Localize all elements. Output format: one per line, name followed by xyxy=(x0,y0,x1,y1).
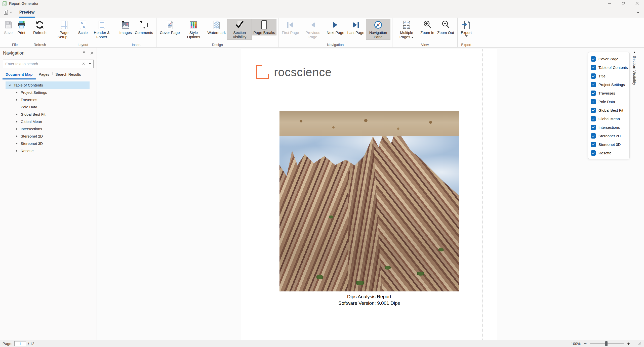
multiple-pages-button[interactable]: Multiple Pages xyxy=(394,19,419,40)
section-visibility-button[interactable]: Section Visibility xyxy=(227,19,252,40)
checkbox-row-project-settings[interactable]: Project Settings xyxy=(591,80,627,89)
watermark-icon xyxy=(212,20,222,30)
tab-document-map[interactable]: Document Map xyxy=(3,70,36,79)
zoom-in-button[interactable]: Zoom In xyxy=(419,19,436,35)
document-page: rocscience Dips Analysis Report Software… xyxy=(241,49,497,340)
zoom-out-button[interactable]: Zoom Out xyxy=(436,19,456,35)
tab-pages[interactable]: Pages xyxy=(36,70,53,79)
checkbox-checked-icon[interactable] xyxy=(591,82,596,87)
clear-search-icon[interactable] xyxy=(82,62,85,65)
tree-item-project-settings[interactable]: Project Settings xyxy=(6,89,90,96)
ribbon-group-refresh: Refresh Refresh xyxy=(30,18,50,47)
checkbox-row-global-best-fit[interactable]: Global Best Fit xyxy=(591,106,627,114)
images-button[interactable]: Images xyxy=(118,19,133,35)
tree-item-global-best-fit[interactable]: Global Best Fit xyxy=(6,111,90,118)
zoom-slider[interactable] xyxy=(590,343,624,344)
checkbox-checked-icon[interactable] xyxy=(591,91,596,96)
tree-item-table-of-contents[interactable]: Table of Contents xyxy=(6,81,90,89)
scale-button[interactable]: Scale xyxy=(76,19,90,35)
tab-search-results[interactable]: Search Results xyxy=(52,70,84,79)
rocscience-logo-mark xyxy=(256,65,269,79)
navigation-pane-icon xyxy=(373,20,383,30)
checkbox-row-rosette[interactable]: Rosette xyxy=(591,149,627,157)
pin-icon[interactable] xyxy=(82,51,86,55)
checkbox-checked-icon[interactable] xyxy=(591,108,596,113)
checkbox-label: Intersections xyxy=(598,125,620,129)
header-footer-button[interactable]: Header & Footer xyxy=(90,19,114,40)
print-button[interactable]: Print xyxy=(15,19,28,35)
zoom-slider-handle[interactable] xyxy=(605,341,608,346)
checkbox-row-pole-data[interactable]: Pole Data xyxy=(591,97,627,106)
zoom-minus-button[interactable]: − xyxy=(584,341,587,346)
close-panel-icon[interactable] xyxy=(90,52,94,55)
zoom-plus-button[interactable]: + xyxy=(627,341,630,346)
tab-preview[interactable]: Preview xyxy=(19,8,35,18)
group-label-file: File xyxy=(0,43,30,47)
tree-item-label: Project Settings xyxy=(21,90,47,95)
navigation-pane-button[interactable]: Navigation Pane xyxy=(366,19,390,40)
tree-item-traverses[interactable]: Traverses xyxy=(6,96,90,103)
collapse-ribbon-button[interactable] xyxy=(635,10,640,15)
scale-icon xyxy=(78,20,88,30)
close-button[interactable] xyxy=(630,0,644,7)
section-visibility-icon xyxy=(234,20,245,30)
save-button[interactable]: Save xyxy=(2,19,15,35)
page-breaks-button[interactable]: Page Breaks xyxy=(252,19,276,35)
ribbon-group-export: Export Export xyxy=(457,18,475,47)
checkbox-checked-icon[interactable] xyxy=(591,116,596,121)
refresh-button[interactable]: Refresh xyxy=(32,19,48,35)
search-dropdown-icon[interactable] xyxy=(89,63,91,65)
last-page-button[interactable]: Last Page xyxy=(346,19,366,35)
checkbox-row-cover-page[interactable]: Cover Page xyxy=(591,55,627,63)
page-total: / 12 xyxy=(28,341,34,346)
checkbox-row-global-mean[interactable]: Global Mean xyxy=(591,114,627,123)
checkbox-checked-icon[interactable] xyxy=(591,133,596,139)
checkbox-checked-icon[interactable] xyxy=(591,65,596,70)
section-visibility-side-tab[interactable]: Section Visibility xyxy=(631,51,638,85)
ribbon-group-navigation: First Page Previous Page Next Page Last … xyxy=(278,18,392,47)
checkbox-checked-icon[interactable] xyxy=(591,99,596,104)
checkbox-label: Cover Page xyxy=(598,57,618,61)
minimize-button[interactable] xyxy=(602,0,616,7)
tree-item-global-mean[interactable]: Global Mean xyxy=(6,118,90,125)
resize-grip-icon[interactable] xyxy=(638,342,641,345)
cover-page-button[interactable]: Cover Page xyxy=(158,19,181,35)
tree-item-pole-data[interactable]: Pole Data xyxy=(6,103,90,111)
save-label: Save xyxy=(4,30,13,35)
checkbox-label: Stereonet 2D xyxy=(598,134,621,138)
checkbox-row-title[interactable]: Title xyxy=(591,72,627,80)
checkbox-checked-icon[interactable] xyxy=(591,150,596,156)
tree-item-intersections[interactable]: Intersections xyxy=(6,125,90,133)
checkbox-checked-icon[interactable] xyxy=(591,125,596,130)
checkbox-row-stereonet-2d[interactable]: Stereonet 2D xyxy=(591,132,627,140)
style-options-button[interactable]: Style Options xyxy=(181,19,206,40)
cover-caption: Dips Analysis Report Software Version: 9… xyxy=(241,293,497,307)
checkbox-checked-icon[interactable] xyxy=(591,73,596,79)
next-page-button[interactable]: Next Page xyxy=(325,19,346,35)
previous-page-button[interactable]: Previous Page xyxy=(301,19,325,40)
checkbox-checked-icon[interactable] xyxy=(591,56,596,62)
checkbox-row-stereonet-3d[interactable]: Stereonet 3D xyxy=(591,140,627,149)
export-button[interactable]: Export xyxy=(459,19,473,37)
restore-button[interactable] xyxy=(616,0,630,7)
tree-item-label: Global Mean xyxy=(21,119,42,124)
checkbox-row-intersections[interactable]: Intersections xyxy=(591,123,627,132)
watermark-button[interactable]: Watermark xyxy=(206,19,227,35)
next-page-label: Next Page xyxy=(327,30,344,35)
style-options-label: Style Options xyxy=(183,30,204,39)
first-page-button[interactable]: First Page xyxy=(280,19,300,35)
tree-item-stereonet-2d[interactable]: Stereonet 2D xyxy=(6,133,90,140)
page-setup-button[interactable]: Page Setup... xyxy=(52,19,76,40)
tree-item-rosette[interactable]: Rosette xyxy=(6,147,90,154)
search-input[interactable] xyxy=(5,62,82,66)
preview-canvas: rocscience Dips Analysis Report Software… xyxy=(97,48,644,340)
report-generator-window: Report Generator Preview xyxy=(0,0,644,347)
checkbox-checked-icon[interactable] xyxy=(591,142,596,147)
page-number-input[interactable] xyxy=(14,341,26,346)
checkbox-row-traverses[interactable]: Traverses xyxy=(591,89,627,97)
comments-button[interactable]: Comments xyxy=(133,19,155,35)
checkbox-row-table-of-contents[interactable]: Table of Contents xyxy=(591,63,627,72)
cover-page-icon xyxy=(165,20,175,30)
tree-item-stereonet-3d[interactable]: Stereonet 3D xyxy=(6,140,90,147)
application-menu-button[interactable] xyxy=(4,9,15,16)
